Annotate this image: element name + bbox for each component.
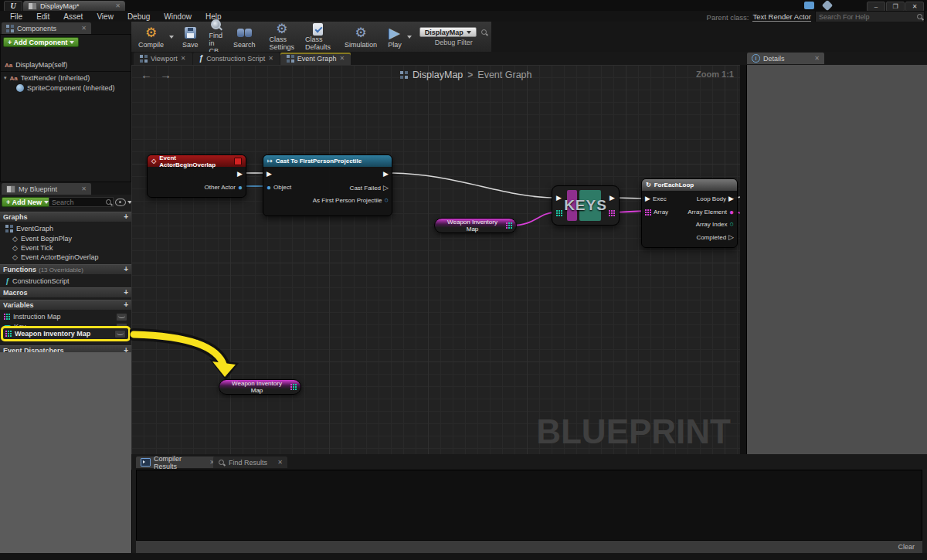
pin-other-actor[interactable]: Other Actor ● [204,183,243,192]
pin-map-in[interactable] [556,210,562,216]
pin-exec-in[interactable]: ▶ [556,195,562,202]
class-defaults-button[interactable]: Class Defaults [300,22,336,52]
add-component-button[interactable]: + Add Component [3,37,79,47]
section-macros[interactable]: Macros + [0,287,131,297]
debug-search-icon[interactable] [480,29,488,36]
clear-button[interactable]: Clear [898,543,915,551]
pin-exec-out[interactable]: ▶ [237,170,243,178]
tab-details-close-icon[interactable]: ✕ [814,56,820,62]
magnifier-icon [209,19,222,32]
menu-edit[interactable]: Edit [29,12,56,21]
tab-close-icon[interactable]: ✕ [181,56,186,62]
pin-as-first-person-projectile[interactable]: As First Person Projectile ○ [313,196,389,205]
closed-eye-icon[interactable] [114,330,126,338]
compile-button[interactable]: ⚙ Compile [133,22,169,52]
play-button[interactable]: ▶ Play [382,22,407,52]
compiler-results-body [136,470,922,541]
tab-event-graph[interactable]: Event Graph ✕ [280,53,351,65]
pin-array-index[interactable]: Array Index ○ [696,220,734,229]
object-pin-icon: ● [267,184,271,192]
row-event-actorbeginoverlap[interactable]: ◇ Event ActorBeginOverlap [12,253,98,262]
details-panel-body [746,65,927,454]
find-in-cb-button[interactable]: Find in CB [204,22,229,52]
pin-object[interactable]: ● Object [267,183,291,192]
closed-eye-icon[interactable] [116,313,127,321]
menu-file[interactable]: File [3,12,29,21]
component-row-self[interactable]: Aa DisplayMap(self) [5,60,67,70]
pin-exec-out[interactable]: ▶ [383,170,389,178]
row-var-weapon-inventory-map-highlighted[interactable]: Weapon Inventory Map [1,326,131,341]
asset-tab-displaymap[interactable]: DisplayMap* ✕ [23,1,125,11]
pin-array-out[interactable] [609,210,615,216]
event-graph-canvas[interactable]: BLUEPRINT ← → DisplayMap > Event Graph Z… [131,65,740,454]
menu-view[interactable]: View [90,12,121,21]
row-event-beginplay[interactable]: ◇ Event BeginPlay [12,234,72,243]
node-weapon-inventory-map-getter-dropped[interactable]: Weapon Inventory Map [219,379,301,395]
section-variables[interactable]: Variables + [0,300,131,310]
toolbar: ⚙ Compile Save Find in CB Search ⚙ Class… [131,22,491,53]
compile-options-button[interactable] [169,22,174,52]
compile-icon: ⚙ [145,25,157,41]
tab-close-icon[interactable]: ✕ [268,56,273,62]
pin-array-element[interactable]: Array Element ● [688,208,734,216]
visibility-filter-button[interactable] [115,199,132,206]
node-header: ◇ Event ActorBeginOverlap [148,155,246,167]
add-new-button[interactable]: + Add New [2,197,53,207]
tab-close-icon[interactable]: ✕ [339,56,345,62]
debug-target-label: DisplayMap [425,29,464,36]
blueprint-search-input[interactable] [49,199,105,206]
tab-components-close-icon[interactable]: ✕ [81,25,87,32]
row-var-instruction-map[interactable]: Instruction Map [4,312,127,321]
tab-my-blueprint[interactable]: My Blueprint ✕ [2,183,91,195]
pin-cast-failed[interactable]: Cast Failed ▷ [350,184,389,192]
add-macro-icon[interactable]: + [124,289,128,297]
add-graph-icon[interactable]: + [124,213,128,221]
add-function-icon[interactable]: + [124,266,128,273]
section-functions[interactable]: Functions (13 Overridable) + [0,264,131,274]
class-settings-button[interactable]: ⚙ Class Settings [264,22,301,52]
pin-exec-in[interactable]: ▶ Exec [645,195,667,203]
simulation-button[interactable]: ⚙ Simulation [339,22,382,52]
pin-exec-out[interactable]: ▶ [610,195,615,202]
menu-debug[interactable]: Debug [121,12,157,21]
debug-target-dropdown[interactable]: DisplayMap [419,27,477,37]
parent-class-link[interactable]: Text Render Actor [752,12,811,22]
asset-tab-close-icon[interactable]: ✕ [115,3,121,9]
add-variable-icon[interactable]: + [124,301,128,309]
row-constructionscript[interactable]: ƒ ConstructionScript [5,277,70,286]
tab-details[interactable]: i Details ✕ [747,53,824,64]
tab-compiler-results[interactable]: Compiler Results ✕ [136,456,219,468]
expand-arrow-icon[interactable]: ▾ [4,75,7,81]
node-cast-to-firstpersonprojectile[interactable]: ↦ Cast To FirstPersonProjectile ▶ ● Obje… [263,154,392,216]
help-search-input[interactable] [816,13,916,21]
marketplace-icon[interactable] [822,0,833,11]
dropdown-caret-icon [467,31,471,34]
tab-my-blueprint-close-icon[interactable]: ✕ [81,186,87,192]
menu-asset[interactable]: Asset [56,12,90,21]
section-graphs[interactable]: Graphs + [0,212,131,222]
row-eventgraph[interactable]: EventGraph [5,224,53,233]
pin-loop-body[interactable]: Loop Body ▶ [697,195,734,203]
node-weapon-inventory-map-getter[interactable]: Weapon Inventory Map [434,218,517,233]
node-foreachloop[interactable]: ↻ ForEachLoop ▶ Exec Array Loop Body ▶ A… [641,178,738,248]
pin-array-in[interactable]: Array [645,208,668,216]
tab-components[interactable]: Components ✕ [2,22,91,34]
node-map-keys[interactable]: KEYS ▶ ▶ [552,185,620,226]
save-button[interactable]: Save [177,22,204,52]
play-options-button[interactable] [407,22,412,52]
map-pin-icon[interactable] [506,222,512,229]
component-row-textrender[interactable]: ▾ Aa TextRender (Inherited) [4,73,90,83]
pin-exec-in[interactable]: ▶ [267,170,272,178]
tab-find-results[interactable]: Find Results ✕ [213,456,287,468]
map-pin-icon[interactable] [290,384,297,390]
tab-close-icon[interactable]: ✕ [277,460,283,466]
feedback-icon[interactable] [804,2,814,9]
menu-window[interactable]: Window [157,12,199,21]
pin-completed[interactable]: Completed ▷ [696,233,734,242]
tab-construction-script[interactable]: ƒ Construction Script ✕ [193,53,280,65]
search-button[interactable]: Search [228,22,261,52]
row-event-tick[interactable]: ◇ Event Tick [12,243,53,253]
tab-viewport[interactable]: Viewport ✕ [134,53,192,65]
component-row-sprite[interactable]: SpriteComponent (Inherited) [16,83,115,93]
node-event-actorbeginoverlap[interactable]: ◇ Event ActorBeginOverlap ▶ Other Actor … [147,154,246,198]
